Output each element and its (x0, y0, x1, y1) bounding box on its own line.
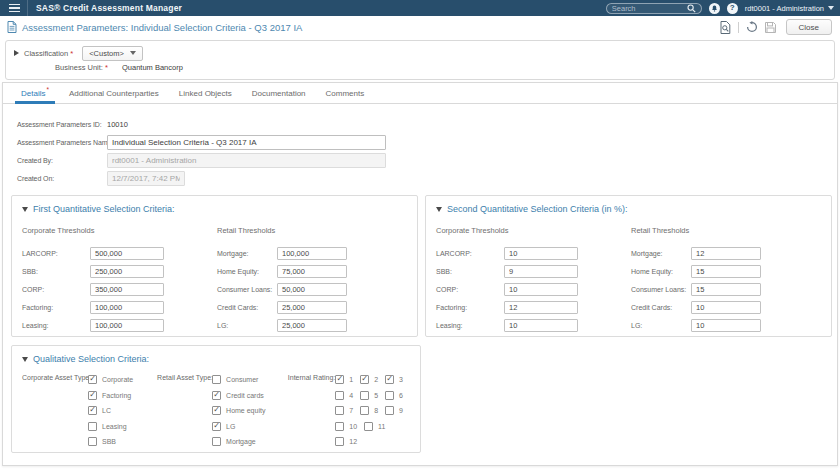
checkbox-label: 4 (349, 392, 353, 399)
asset-type-checkbox-item[interactable]: Mortgage (212, 434, 288, 450)
tab-details[interactable]: Details* (11, 86, 59, 103)
rating-checkbox-item[interactable]: 10 (335, 419, 357, 435)
checkbox[interactable] (88, 406, 97, 415)
rating-checkbox-item[interactable]: 9 (385, 403, 403, 419)
rating-checkbox-item[interactable]: 12 (335, 434, 357, 450)
threshold-input[interactable] (504, 247, 578, 260)
menu-icon[interactable] (9, 4, 20, 13)
tab-linked-objects[interactable]: Linked Objects (169, 89, 242, 103)
threshold-input[interactable] (90, 301, 164, 314)
threshold-label: Leasing: (22, 322, 90, 329)
tab-comments[interactable]: Comments (316, 89, 375, 103)
asset-type-checkbox-item[interactable]: Home equity (212, 403, 288, 419)
checkbox[interactable] (335, 406, 344, 415)
rating-checkbox-item[interactable]: 3 (385, 372, 403, 388)
checkbox-label: 9 (399, 407, 403, 414)
checkbox[interactable] (212, 406, 221, 415)
checkbox[interactable] (385, 391, 394, 400)
checkbox[interactable] (335, 391, 344, 400)
checkbox[interactable] (360, 375, 369, 384)
asset-type-checkbox-item[interactable]: LC (88, 403, 157, 419)
checkbox[interactable] (360, 406, 369, 415)
collapse-icon[interactable] (22, 207, 28, 212)
threshold-input[interactable] (504, 301, 578, 314)
assessment-id-value: 10010 (107, 120, 128, 129)
collapse-icon[interactable] (22, 357, 28, 362)
checkbox[interactable] (385, 406, 394, 415)
threshold-row: CORP: (22, 280, 164, 298)
checkbox[interactable] (335, 375, 344, 384)
threshold-input[interactable] (691, 265, 761, 278)
history-icon[interactable] (746, 21, 758, 33)
checkbox[interactable] (364, 422, 373, 431)
notifications-icon[interactable] (709, 3, 720, 14)
asset-type-checkbox-item[interactable]: Credit cards (212, 388, 288, 404)
threshold-input[interactable] (691, 247, 761, 260)
threshold-input[interactable] (691, 319, 761, 332)
threshold-input[interactable] (277, 319, 347, 332)
global-search[interactable] (606, 3, 702, 14)
rating-checkbox-item[interactable]: 8 (360, 403, 378, 419)
collapse-icon[interactable] (436, 207, 442, 212)
checkbox[interactable] (88, 437, 97, 446)
rating-checkbox-item[interactable]: 1 (335, 372, 353, 388)
threshold-input[interactable] (504, 265, 578, 278)
checkbox[interactable] (88, 391, 97, 400)
threshold-input[interactable] (90, 319, 164, 332)
content-container: Details* Additional Counterparties Linke… (2, 82, 838, 466)
asset-type-checkbox-item[interactable]: LG (212, 419, 288, 435)
search-input[interactable] (612, 4, 687, 13)
threshold-row: Mortgage: (217, 244, 347, 262)
classification-dropdown[interactable]: <Custom> (82, 46, 143, 61)
tab-documentation[interactable]: Documentation (242, 89, 316, 103)
rating-checkbox-item[interactable]: 5 (360, 388, 378, 404)
tab-bar: Details* Additional Counterparties Linke… (3, 83, 837, 104)
expand-icon[interactable] (14, 50, 19, 56)
assessment-name-input[interactable] (107, 135, 386, 150)
threshold-input[interactable] (691, 301, 761, 314)
retail-thresholds-header: Retail Thresholds (217, 226, 347, 238)
required-mark: * (105, 63, 108, 72)
asset-type-checkbox-item[interactable]: SBB (88, 434, 157, 450)
required-mark: * (70, 49, 73, 58)
search-icon[interactable] (687, 4, 696, 13)
rating-checkbox-item[interactable]: 11 (364, 419, 385, 435)
tab-additional-counterparties[interactable]: Additional Counterparties (59, 89, 169, 103)
checkbox[interactable] (385, 375, 394, 384)
checkbox[interactable] (335, 437, 344, 446)
rating-checkbox-item[interactable]: 2 (360, 372, 378, 388)
threshold-input[interactable] (90, 265, 164, 278)
threshold-input[interactable] (504, 283, 578, 296)
checkbox[interactable] (212, 375, 221, 384)
checkbox[interactable] (335, 422, 344, 431)
rating-checkbox-item[interactable]: 7 (335, 403, 353, 419)
checkbox[interactable] (360, 391, 369, 400)
validate-icon[interactable] (720, 21, 731, 34)
asset-type-checkbox-item[interactable]: Factoring (88, 388, 157, 404)
rating-row: 123 (335, 372, 410, 388)
threshold-input[interactable] (691, 283, 761, 296)
threshold-input[interactable] (277, 283, 347, 296)
asset-type-checkbox-item[interactable]: Corporate (88, 372, 157, 388)
checkbox[interactable] (88, 375, 97, 384)
asset-type-checkbox-item[interactable]: Consumer (212, 372, 288, 388)
save-icon[interactable] (765, 22, 776, 33)
threshold-input[interactable] (90, 283, 164, 296)
user-menu[interactable]: rdt0001 - Administration (745, 4, 834, 13)
rating-checkbox-item[interactable]: 6 (385, 388, 403, 404)
rating-checkbox-item[interactable]: 4 (335, 388, 353, 404)
threshold-label: Leasing: (436, 322, 504, 329)
checkbox[interactable] (88, 422, 97, 431)
threshold-input[interactable] (277, 247, 347, 260)
checkbox[interactable] (212, 437, 221, 446)
threshold-input[interactable] (504, 319, 578, 332)
checkbox[interactable] (212, 391, 221, 400)
close-button[interactable]: Close (786, 19, 832, 35)
threshold-input[interactable] (277, 301, 347, 314)
checkbox[interactable] (212, 422, 221, 431)
threshold-label: Credit Cards: (631, 304, 691, 311)
asset-type-checkbox-item[interactable]: Leasing (88, 419, 157, 435)
help-icon[interactable] (727, 3, 738, 14)
threshold-input[interactable] (277, 265, 347, 278)
threshold-input[interactable] (90, 247, 164, 260)
